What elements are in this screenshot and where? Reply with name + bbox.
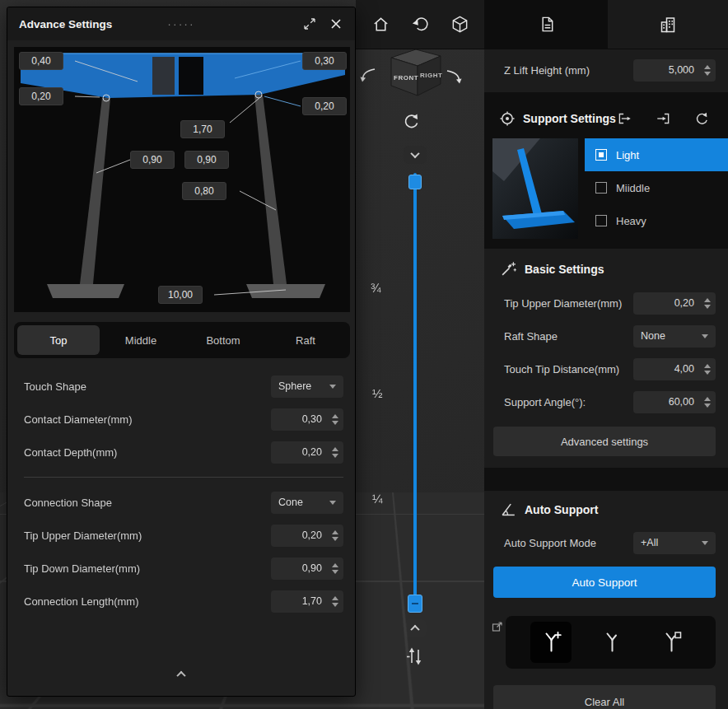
export-profile-button[interactable]: [656, 110, 672, 127]
dim-chip-base: 10,00: [158, 286, 203, 304]
popout-icon: [492, 621, 503, 632]
preset-label: Light: [616, 149, 639, 161]
layer-range-slider[interactable]: [413, 173, 417, 613]
support-diagram-drawing: [14, 47, 350, 312]
rotate-view-left-button[interactable]: [359, 66, 377, 84]
file-settings-button[interactable]: [531, 10, 561, 40]
tab-raft[interactable]: Raft: [264, 325, 347, 355]
tip-down-diameter-input[interactable]: 0,90: [271, 557, 343, 580]
preset-light[interactable]: Light: [585, 138, 728, 171]
raft-shape-select[interactable]: None: [633, 325, 716, 348]
support-preview-image: [492, 138, 578, 239]
import-profile-button[interactable]: [616, 110, 632, 127]
tip-upper-diameter-row: Tip Upper Diameter(mm) 0,20: [24, 519, 343, 552]
delete-support-tool[interactable]: [593, 623, 631, 661]
spinner-arrows[interactable]: [332, 408, 338, 431]
rotate-view-right-button[interactable]: [445, 68, 463, 86]
undo-button[interactable]: [405, 10, 435, 40]
close-dialog-button[interactable]: [327, 15, 345, 33]
support-angle-row: Support Angle(°): 60,00: [484, 385, 728, 418]
field-label: Connection Length(mm): [24, 595, 138, 608]
minus-icon: [412, 603, 418, 604]
rotate-reset-icon: [402, 112, 422, 132]
z-lift-label: Z Lift Height (mm): [504, 64, 590, 77]
preset-heavy[interactable]: Heavy: [585, 204, 728, 237]
advanced-settings-button[interactable]: Advanced settings: [493, 427, 716, 456]
chevron-up-icon: [410, 625, 419, 634]
contact-depth-input[interactable]: 0,20: [271, 441, 343, 464]
toolbar-build-tab[interactable]: [608, 0, 728, 49]
tip-down-diameter-row: Tip Down Diameter(mm) 0,90: [24, 552, 343, 585]
spinner-arrows[interactable]: [704, 391, 711, 413]
expand-dialog-button[interactable]: [301, 15, 319, 33]
field-label: Support Angle(°):: [504, 396, 586, 408]
spinner-arrows[interactable]: [332, 590, 338, 613]
auto-support-mode-row: Auto Support Mode +All: [484, 529, 728, 557]
tip-upper-diameter-input[interactable]: 0,20: [633, 292, 716, 315]
tab-top[interactable]: Top: [17, 325, 100, 355]
add-support-tool[interactable]: [530, 622, 572, 663]
spinner-arrows[interactable]: [704, 292, 711, 315]
touch-tip-distance-input[interactable]: 4,00: [633, 358, 716, 380]
spinner-arrows[interactable]: [704, 358, 711, 380]
touch-shape-select[interactable]: Sphere: [271, 375, 343, 398]
edit-support-tool[interactable]: [652, 623, 690, 661]
reset-profile-button[interactable]: [693, 110, 710, 127]
support-angle-input[interactable]: 60,00: [633, 391, 716, 413]
layer-step-down-button[interactable]: [404, 146, 427, 164]
orientation-cube[interactable]: FRONT RIGHT: [382, 43, 448, 107]
layer-slider-lower-handle[interactable]: [408, 595, 422, 613]
printer-button[interactable]: [653, 10, 683, 40]
selected-option: Sphere: [278, 380, 311, 392]
edit-support-icon: [660, 631, 683, 654]
layer-step-up-button[interactable]: [404, 619, 427, 637]
layer-range-toggle-button[interactable]: [405, 646, 425, 667]
checkbox-icon: [595, 215, 607, 226]
support-settings-title: Support Settings: [523, 112, 616, 125]
spinner-arrows[interactable]: [704, 59, 711, 82]
collapse-dialog-button[interactable]: [7, 671, 355, 678]
angle-icon: [499, 501, 517, 519]
import-profile-icon: [616, 110, 632, 127]
top-toolbar: [356, 0, 728, 49]
auto-support-mode-select[interactable]: +All: [633, 532, 716, 554]
z-lift-height-input[interactable]: 5,000: [633, 59, 716, 82]
toolbar-slice-tab[interactable]: [484, 0, 608, 49]
support-tools-toolbar: [506, 616, 716, 669]
preset-middle[interactable]: Miiddle: [585, 171, 728, 204]
selected-option: None: [641, 330, 665, 342]
dialog-header[interactable]: Advance Settings ·····: [7, 7, 355, 40]
tab-bottom[interactable]: Bottom: [182, 325, 264, 355]
tools-popout-button[interactable]: [492, 621, 503, 632]
dialog-tabbar: Top Middle Bottom Raft: [14, 322, 350, 358]
wand-icon: [499, 260, 517, 278]
spinner-arrows[interactable]: [332, 441, 338, 464]
view-navigation: FRONT RIGHT: [359, 43, 471, 138]
field-label: Tip Down Diameter(mm): [24, 562, 140, 575]
connection-length-input[interactable]: 1,70: [271, 590, 343, 613]
contact-depth-row: Contact Depth(mm) 0,20: [24, 436, 343, 469]
spinner-arrows[interactable]: [332, 525, 338, 547]
raft-shape-row: Raft Shape None: [484, 320, 728, 352]
chevron-down-icon: [329, 385, 336, 389]
support-diagram: 0,40 0,30 0,20 0,20 1,70 0,90 0,90 0,80 …: [14, 47, 350, 312]
connection-shape-row: Connection Shape Cone: [24, 486, 343, 519]
cube-icon: [450, 15, 469, 34]
contact-diameter-input[interactable]: 0,30: [271, 408, 343, 431]
dim-chip-top-left: 0,40: [19, 52, 63, 70]
reset-rotation-button[interactable]: [402, 112, 422, 132]
dim-chip-tip-down-a: 0,90: [130, 151, 175, 169]
clear-all-button[interactable]: Clear All: [493, 685, 716, 709]
auto-support-button[interactable]: Auto Support: [493, 567, 716, 598]
tab-middle[interactable]: Middle: [100, 325, 182, 355]
basic-settings-title: Basic Settings: [525, 263, 604, 276]
chevron-down-icon: [329, 501, 336, 505]
home-button[interactable]: [366, 10, 395, 40]
slider-tick-three-quarters: ¾: [371, 281, 381, 295]
connection-shape-select[interactable]: Cone: [271, 492, 343, 514]
layer-slider-upper-handle[interactable]: [408, 175, 422, 189]
model-cube-button[interactable]: [445, 10, 474, 40]
touch-tip-distance-row: Touch Tip Distance(mm) 4,00: [484, 352, 728, 385]
tip-upper-diameter-input[interactable]: 0,20: [271, 525, 343, 547]
spinner-arrows[interactable]: [332, 557, 338, 580]
